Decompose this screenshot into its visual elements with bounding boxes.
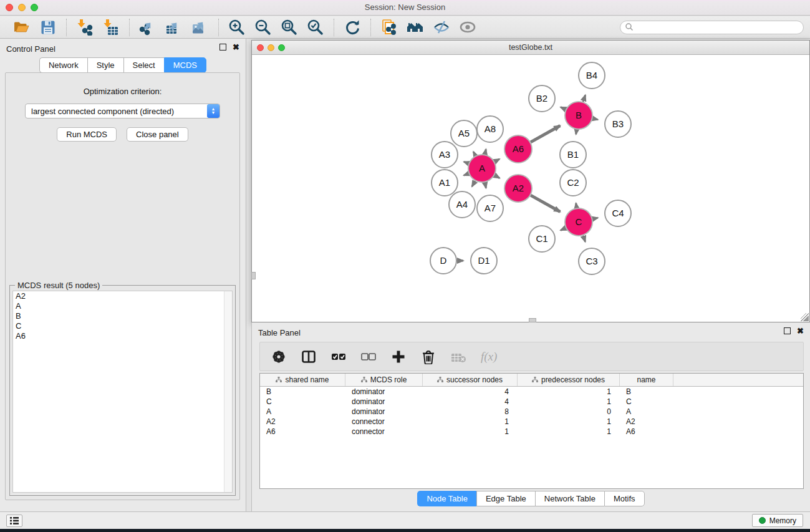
table-cell[interactable]: 0 <box>518 407 620 417</box>
graph-node-B[interactable]: B <box>565 102 592 129</box>
column-header-shared-name[interactable]: shared name <box>260 374 345 386</box>
zoom-selected-icon[interactable] <box>305 18 326 37</box>
edge-A-A7[interactable] <box>485 183 486 188</box>
edge-A-A6[interactable] <box>494 159 499 162</box>
table-cell[interactable]: C <box>260 397 345 407</box>
table-tab-network-table[interactable]: Network Table <box>535 491 604 506</box>
graph-node-A8[interactable]: A8 <box>477 116 503 142</box>
settings-icon[interactable] <box>271 349 286 364</box>
graph-node-B4[interactable]: B4 <box>579 62 605 89</box>
table-cell[interactable]: 1 <box>518 397 620 407</box>
table-cell[interactable]: A6 <box>620 427 673 437</box>
open-file-icon[interactable] <box>11 18 32 37</box>
table-cell[interactable]: B <box>260 387 345 397</box>
table-cell[interactable]: 1 <box>518 427 620 437</box>
graph-node-A[interactable]: A <box>468 155 496 182</box>
table-tab-edge-table[interactable]: Edge Table <box>476 491 535 506</box>
select-all-checks-icon[interactable] <box>331 349 346 364</box>
table-tab-motifs[interactable]: Motifs <box>604 491 645 506</box>
result-item[interactable]: C <box>13 321 232 331</box>
table-cell[interactable]: 4 <box>423 387 518 397</box>
edge-B-B2[interactable] <box>561 107 566 110</box>
search-input[interactable] <box>634 23 796 32</box>
edge-A6-B[interactable] <box>531 126 560 142</box>
close-table-panel-icon[interactable]: ✖ <box>797 327 804 334</box>
edge-A-A3[interactable] <box>464 162 468 163</box>
table-row[interactable]: Bdominator41B <box>260 387 803 397</box>
table-cell[interactable]: A <box>260 407 345 417</box>
table-row[interactable]: A6connector11A6 <box>260 427 803 437</box>
table-cell[interactable]: A6 <box>260 427 345 437</box>
table-cell[interactable]: dominator <box>345 397 423 407</box>
column-header-name[interactable]: name <box>620 374 673 386</box>
table-cell[interactable]: connector <box>345 417 423 427</box>
tab-network[interactable]: Network <box>39 57 87 73</box>
update-network-icon[interactable] <box>342 18 363 37</box>
edge-C-C2[interactable] <box>576 203 577 208</box>
tab-mcds[interactable]: MCDS <box>164 57 206 73</box>
table-tab-node-table[interactable]: Node Table <box>417 491 476 506</box>
graph-node-C[interactable]: C <box>565 208 592 236</box>
tab-style[interactable]: Style <box>87 57 123 73</box>
graph-node-A6[interactable]: A6 <box>504 135 532 163</box>
hide-selected-icon[interactable] <box>431 18 452 37</box>
edge-A-A5[interactable] <box>473 152 475 155</box>
edge-A-A1[interactable] <box>464 173 469 175</box>
graph-node-A3[interactable]: A3 <box>432 142 458 168</box>
tab-select[interactable]: Select <box>123 57 164 73</box>
edge-B-B1[interactable] <box>576 130 577 135</box>
graph-node-C3[interactable]: C3 <box>579 248 605 274</box>
zoom-fit-icon[interactable] <box>279 18 300 37</box>
edge-A2-C[interactable] <box>531 195 560 211</box>
table-row[interactable]: Adominator80A <box>260 407 803 417</box>
edge-B-B3[interactable] <box>592 118 597 120</box>
close-panel-button[interactable]: Close panel <box>127 127 188 142</box>
column-header-MCDS-role[interactable]: MCDS role <box>345 374 423 386</box>
network-graph[interactable]: B4 B2 B B3 A5 A8 A6 A3 B1 A A1 C2 A2 A4 … <box>252 55 809 322</box>
table-cell[interactable]: A2 <box>620 417 673 427</box>
zoom-out-icon[interactable] <box>253 18 274 37</box>
zoom-in-icon[interactable] <box>226 18 248 37</box>
graph-node-C1[interactable]: C1 <box>529 226 555 252</box>
optimization-criterion-dropdown[interactable]: largest connected component (directed) ▲… <box>25 104 220 118</box>
network-canvas[interactable]: B4 B2 B B3 A5 A8 A6 A3 B1 A A1 C2 A2 A4 … <box>252 55 809 322</box>
deselect-all-checks-icon[interactable] <box>361 349 376 364</box>
edge-C-C3[interactable] <box>583 236 585 242</box>
table-cell[interactable]: A2 <box>260 417 345 427</box>
run-mcds-button[interactable]: Run MCDS <box>57 127 117 142</box>
result-item[interactable]: A <box>13 301 232 311</box>
float-panel-icon[interactable] <box>219 44 226 51</box>
edge-A-A8[interactable] <box>485 149 486 154</box>
table-cell[interactable]: A <box>620 407 673 417</box>
close-panel-icon[interactable]: ✖ <box>233 44 239 51</box>
graph-node-A5[interactable]: A5 <box>451 120 477 147</box>
edge-C-C1[interactable] <box>561 228 566 231</box>
show-all-icon[interactable] <box>457 18 478 37</box>
table-cell[interactable]: dominator <box>345 407 423 417</box>
import-network-icon[interactable] <box>74 18 95 37</box>
column-header-predecessor-nodes[interactable]: predecessor nodes <box>518 374 620 386</box>
graph-node-A1[interactable]: A1 <box>432 170 458 196</box>
edge-A-A4[interactable] <box>472 181 475 186</box>
graph-node-C2[interactable]: C2 <box>560 170 586 196</box>
edge-B-B4[interactable] <box>583 95 586 102</box>
export-table-icon[interactable] <box>163 18 185 37</box>
table-cell[interactable]: B <box>620 387 673 397</box>
resize-grip-icon[interactable] <box>801 313 809 321</box>
vertical-scroll-indicator[interactable] <box>251 272 256 279</box>
result-item[interactable]: A2 <box>13 291 232 301</box>
save-session-icon[interactable] <box>37 18 59 37</box>
table-cell[interactable]: 1 <box>423 417 518 427</box>
memory-button[interactable]: Memory <box>752 514 803 527</box>
graph-node-B1[interactable]: B1 <box>560 142 586 168</box>
graph-node-D1[interactable]: D1 <box>471 248 497 274</box>
graph-node-A7[interactable]: A7 <box>477 195 503 221</box>
network-from-selection-icon[interactable] <box>378 18 400 37</box>
table-cell[interactable]: 4 <box>423 397 518 407</box>
edge-C-C4[interactable] <box>592 218 597 219</box>
result-scrollbar[interactable] <box>224 291 232 492</box>
table-cell[interactable]: 1 <box>518 387 620 397</box>
graph-node-B3[interactable]: B3 <box>605 111 631 137</box>
graph-node-B2[interactable]: B2 <box>529 85 555 112</box>
table-row[interactable]: Cdominator41C <box>260 397 803 407</box>
